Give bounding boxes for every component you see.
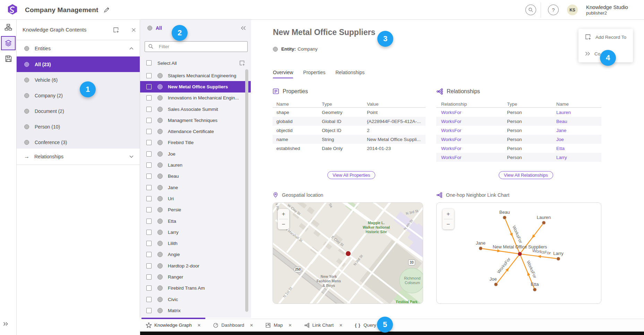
related-entity-link[interactable]: Larry <box>556 155 601 160</box>
item-checkbox[interactable] <box>146 297 152 302</box>
item-checkbox[interactable] <box>146 73 152 78</box>
entity-type-row[interactable]: All (23) <box>17 56 140 72</box>
graph-node[interactable] <box>479 247 482 250</box>
graph-node[interactable] <box>557 257 560 261</box>
entity-type-row[interactable]: Conference (3) <box>17 134 140 150</box>
entity-list-item[interactable]: Larry <box>140 227 251 238</box>
entity-list-item[interactable]: Ranger <box>140 271 251 282</box>
select-all-checkbox[interactable] <box>146 60 152 65</box>
property-row[interactable]: establishedDate Only2014-01-23 <box>273 144 426 153</box>
entity-list-item[interactable]: Jane <box>140 182 251 193</box>
add-record-icon[interactable] <box>113 27 119 33</box>
entity-list-item[interactable]: Lauren <box>140 159 251 170</box>
relationship-link[interactable]: WorksFor <box>441 110 507 115</box>
entity-type-row[interactable]: Document (2) <box>17 103 140 119</box>
item-checkbox[interactable] <box>146 185 152 190</box>
item-checkbox[interactable] <box>146 129 152 134</box>
expand-rail-icon[interactable] <box>2 320 10 328</box>
item-checkbox[interactable] <box>146 207 152 212</box>
view-all-relationships-button[interactable]: View All Relationships <box>499 171 553 179</box>
related-entity-link[interactable]: Lauren <box>556 110 601 115</box>
entity-list-item[interactable]: Angie <box>140 249 251 260</box>
close-tab-icon[interactable]: ✕ <box>197 323 201 328</box>
entity-list-item[interactable]: Innovations in Mechanical Engin... <box>140 92 251 104</box>
related-entity-link[interactable]: Jane <box>556 128 601 133</box>
graph-node[interactable] <box>542 221 546 224</box>
tab-link-chart[interactable]: Link Chart✕ <box>300 318 347 332</box>
item-checkbox[interactable] <box>146 241 152 246</box>
close-tab-icon[interactable]: ✕ <box>250 323 253 328</box>
scrollbar-thumb[interactable] <box>245 69 248 312</box>
entity-list-item[interactable]: Beau <box>140 171 251 182</box>
entity-list-item[interactable]: Firebird Trans Am <box>140 283 251 294</box>
graph-node[interactable] <box>533 288 536 291</box>
entity-list-item[interactable]: Uri <box>140 193 251 204</box>
entity-list-item[interactable]: Staplers Mechanical Engineering <box>140 70 251 81</box>
close-panel-icon[interactable] <box>131 27 136 33</box>
zoom-in-button[interactable]: + <box>278 209 289 219</box>
entity-list-item[interactable]: Lilith <box>140 238 251 249</box>
item-checkbox[interactable] <box>146 162 152 168</box>
zoom-out-button[interactable]: − <box>443 219 454 229</box>
item-checkbox[interactable] <box>146 151 152 157</box>
related-entity-link[interactable]: Joe <box>556 137 601 142</box>
item-checkbox[interactable] <box>146 274 152 280</box>
entity-list-item[interactable]: Matrix <box>140 305 251 316</box>
add-record-icon[interactable] <box>239 60 245 66</box>
record-tab[interactable]: Overview <box>273 70 293 78</box>
entity-list-item[interactable]: Etta <box>140 215 251 227</box>
entity-list-item[interactable]: Civic <box>140 294 251 305</box>
zoom-in-button[interactable]: + <box>443 209 454 219</box>
tab-query[interactable]: { } Query <box>350 318 381 332</box>
item-checkbox[interactable] <box>146 196 152 201</box>
collapse-panel-icon[interactable] <box>241 26 246 30</box>
property-row[interactable]: nameStringNew Metal Office Suppli... <box>273 135 426 144</box>
entity-list-item[interactable]: Attendance Certificate <box>140 126 251 137</box>
entity-list-item[interactable]: Sales Associate Summit <box>140 104 251 115</box>
schema-icon[interactable] <box>3 22 14 33</box>
record-tab[interactable]: Relationships <box>335 70 364 78</box>
relationship-link[interactable]: WorksFor <box>441 128 507 133</box>
property-row[interactable]: globalidGlobal ID{A228944F-0EF5-412A-... <box>273 117 426 126</box>
entities-group-header[interactable]: Entities <box>17 40 140 56</box>
tab-knowledge-graph[interactable]: Knowledge Graph✕ <box>141 318 205 332</box>
layers-icon[interactable] <box>3 38 14 49</box>
relationship-link[interactable]: WorksFor <box>441 155 507 160</box>
tab-map[interactable]: Map✕ <box>261 318 296 332</box>
item-checkbox[interactable] <box>146 308 152 313</box>
entity-list-item[interactable]: Firebird Title <box>140 137 251 148</box>
relationship-link[interactable]: WorksFor <box>441 137 507 142</box>
avatar[interactable]: KS <box>567 5 578 15</box>
item-checkbox[interactable] <box>146 84 152 89</box>
item-checkbox[interactable] <box>146 230 152 235</box>
item-checkbox[interactable] <box>146 140 152 145</box>
item-checkbox[interactable] <box>146 118 152 123</box>
entity-type-row[interactable]: Vehicle (6) <box>17 72 140 88</box>
close-tab-icon[interactable]: ✕ <box>289 323 292 328</box>
tab-dashboard[interactable]: Dashboard✕ <box>208 318 258 332</box>
zoom-out-button[interactable]: − <box>278 219 289 229</box>
item-checkbox[interactable] <box>146 285 152 291</box>
item-checkbox[interactable] <box>146 107 152 112</box>
graph-node[interactable] <box>494 283 498 286</box>
menu-item-add-record-to[interactable]: Add Record To <box>578 29 633 45</box>
search-button[interactable] <box>525 5 536 15</box>
item-checkbox[interactable] <box>146 219 152 224</box>
help-button[interactable]: ? <box>548 5 559 15</box>
item-checkbox[interactable] <box>146 95 152 100</box>
related-entity-link[interactable]: Etta <box>556 146 601 151</box>
property-row[interactable]: shapeGeometryPoint <box>273 108 426 117</box>
entity-type-row[interactable]: Person (10) <box>17 119 140 134</box>
entity-list-item[interactable]: New Metal Office Suppliers <box>140 81 251 92</box>
entity-list-item[interactable]: Hardtop 2-door <box>140 260 251 271</box>
graph-center-node[interactable] <box>518 252 522 256</box>
view-all-properties-button[interactable]: View All Properties <box>327 171 375 179</box>
graph-node[interactable] <box>503 216 506 219</box>
save-icon[interactable] <box>3 53 14 64</box>
related-entity-link[interactable]: Beau <box>556 119 601 124</box>
item-checkbox[interactable] <box>146 263 152 268</box>
item-checkbox[interactable] <box>146 252 152 257</box>
property-row[interactable]: objectidObject ID2 <box>273 126 426 135</box>
entity-type-row[interactable]: Company (2) <box>17 88 140 103</box>
filter-input[interactable] <box>145 41 248 52</box>
